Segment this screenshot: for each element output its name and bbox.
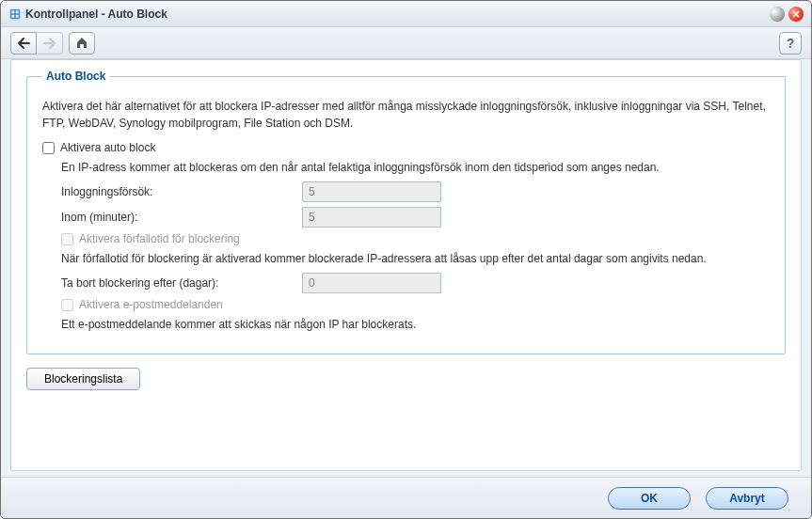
autoblock-section: Auto Block Aktivera det här alternativet… <box>26 70 786 354</box>
window-title: Kontrollpanel - Auto Block <box>25 8 770 21</box>
login-attempts-input[interactable] <box>302 181 441 202</box>
arrow-left-icon <box>17 38 30 49</box>
help-icon: ? <box>787 36 795 51</box>
app-icon <box>8 8 22 21</box>
svg-rect-1 <box>12 10 15 13</box>
toolbar: ? <box>1 27 811 59</box>
unblock-days-input[interactable] <box>302 273 441 293</box>
autoblock-note: En IP-adress kommer att blockeras om den… <box>61 159 770 176</box>
section-description: Aktivera det här alternativet för att bl… <box>42 98 770 132</box>
svg-rect-4 <box>16 14 19 17</box>
enable-autoblock-label: Aktivera auto block <box>60 141 155 154</box>
window-controls <box>770 7 804 22</box>
expiry-note: När förfallotid för blockering är aktive… <box>61 250 770 267</box>
back-button[interactable] <box>10 32 37 55</box>
nav-group <box>10 32 63 55</box>
enable-email-input[interactable] <box>61 299 73 311</box>
minimize-button[interactable] <box>770 7 785 22</box>
blocklist-button[interactable]: Blockeringslista <box>26 368 140 390</box>
forward-button[interactable] <box>37 32 63 55</box>
enable-expiry-input[interactable] <box>61 233 73 245</box>
email-note: Ett e-postmeddelande kommer att skickas … <box>61 316 770 333</box>
titlebar: Kontrollpanel - Auto Block <box>1 1 811 27</box>
enable-expiry-checkbox[interactable]: Aktivera förfallotid för blockering <box>61 232 240 245</box>
control-panel-window: Kontrollpanel - Auto Block ? Auto Block <box>0 0 812 519</box>
within-minutes-input[interactable] <box>302 207 441 228</box>
enable-email-label: Aktivera e-postmeddelanden <box>79 298 223 311</box>
ok-button[interactable]: OK <box>608 487 691 510</box>
enable-email-checkbox[interactable]: Aktivera e-postmeddelanden <box>61 298 223 311</box>
arrow-right-icon <box>43 38 56 49</box>
enable-autoblock-checkbox[interactable]: Aktivera auto block <box>42 141 155 154</box>
content-area: Auto Block Aktivera det här alternativet… <box>10 59 802 471</box>
cancel-button[interactable]: Avbryt <box>706 487 788 510</box>
footer: OK Avbryt <box>1 477 811 518</box>
svg-rect-3 <box>12 14 15 17</box>
section-legend: Auto Block <box>42 70 109 83</box>
enable-autoblock-input[interactable] <box>42 142 55 154</box>
close-button[interactable] <box>788 7 804 22</box>
login-attempts-label: Inloggningsförsök: <box>61 185 302 198</box>
home-button[interactable] <box>69 32 95 55</box>
within-minutes-label: Inom (minuter): <box>61 211 302 224</box>
unblock-days-label: Ta bort blockering efter (dagar): <box>61 276 302 290</box>
svg-rect-0 <box>10 8 21 19</box>
enable-expiry-label: Aktivera förfallotid för blockering <box>79 232 240 245</box>
home-icon <box>75 37 88 49</box>
svg-rect-2 <box>16 10 19 13</box>
help-button[interactable]: ? <box>779 32 802 55</box>
